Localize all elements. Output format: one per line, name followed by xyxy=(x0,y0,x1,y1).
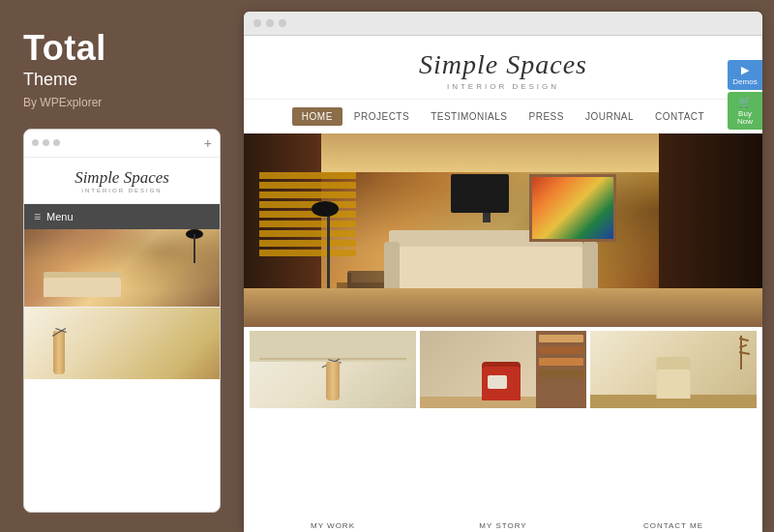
demos-button[interactable]: ▶ Demos xyxy=(728,60,762,90)
hero-lamp-pole xyxy=(327,213,330,290)
hero-tv-stand xyxy=(483,213,491,222)
nav-item-projects[interactable]: PROJECTS xyxy=(344,107,419,126)
nav-item-testimonials[interactable]: TESTIMONIALS xyxy=(421,107,517,126)
phone-logo-area: Simple Spaces INTERIOR DESIGN xyxy=(24,158,220,205)
sidebar-title: Total xyxy=(23,29,221,68)
hero-sofa-arm-right xyxy=(582,242,598,290)
site-nav: HOME PROJECTS TESTIMONIALS PRESS JOURNAL… xyxy=(244,100,762,133)
nav-item-press[interactable]: PRESS xyxy=(520,107,574,126)
nav-item-journal[interactable]: JOURNAL xyxy=(576,107,643,126)
sidebar: Total Theme By WPExplorer + Simple Space… xyxy=(0,0,240,532)
phone-hero-image xyxy=(24,229,220,307)
sidebar-by: By WPExplorer xyxy=(23,96,221,109)
phone-plus-button[interactable]: + xyxy=(204,135,212,151)
nav-item-contact[interactable]: CONTACT xyxy=(645,107,714,126)
phone-logo-sub: INTERIOR DESIGN xyxy=(34,188,210,193)
browser-dot-2 xyxy=(266,19,274,27)
hero-tv xyxy=(451,174,509,213)
phone-logo-text: Simple Spaces xyxy=(34,169,210,188)
phone-menu-bar[interactable]: ≡ Menu xyxy=(24,204,220,229)
phone-mockup: + Simple Spaces INTERIOR DESIGN ≡ Menu xyxy=(23,129,221,513)
thumb-image-3 xyxy=(590,331,757,518)
thumbnail-my-work[interactable]: MY WORK xyxy=(250,331,416,532)
buy-label: Buy Now xyxy=(730,110,759,126)
phone-menu-label: Menu xyxy=(46,211,74,222)
hero-sofa-arm-left xyxy=(384,242,400,290)
demos-label: Demos xyxy=(732,78,757,86)
browser-dot-1 xyxy=(253,19,261,27)
hero-blinds xyxy=(259,172,356,279)
browser-window: ▶ Demos 🛒 Buy Now Simple Spaces INTERIOR… xyxy=(244,12,762,532)
phone-top-bar: + xyxy=(24,130,220,158)
website-content: Simple Spaces INTERIOR DESIGN HOME PROJE… xyxy=(244,36,762,532)
thumb-image-2 xyxy=(420,331,586,518)
demos-icon: ▶ xyxy=(741,64,749,76)
thumbnail-contact-me[interactable]: CONTACT ME xyxy=(590,331,757,532)
browser-dot-3 xyxy=(279,19,286,27)
phone-bottom-image xyxy=(24,307,220,379)
thumb-label-3: CONTACT ME xyxy=(590,518,757,532)
hero-floor xyxy=(244,288,762,327)
browser-titlebar xyxy=(244,12,762,36)
hero-image xyxy=(244,133,762,327)
site-logo: Simple Spaces xyxy=(244,49,762,80)
thumb-label-1: MY WORK xyxy=(250,518,416,532)
thumbnail-row: MY WORK xyxy=(244,327,762,532)
sidebar-subtitle: Theme xyxy=(23,70,221,90)
buy-now-button[interactable]: 🛒 Buy Now xyxy=(728,92,762,130)
hero-painting xyxy=(529,174,616,242)
phone-lamp xyxy=(194,234,195,263)
site-header: Simple Spaces INTERIOR DESIGN xyxy=(244,36,762,100)
thumb-label-2: MY STORY xyxy=(420,518,586,532)
cart-icon: 🛒 xyxy=(738,96,752,108)
hamburger-icon: ≡ xyxy=(34,210,41,223)
hero-sofa xyxy=(389,247,582,290)
nav-item-home[interactable]: HOME xyxy=(292,107,342,126)
side-buttons: ▶ Demos 🛒 Buy Now xyxy=(728,60,762,130)
thumb-image-1 xyxy=(250,331,416,518)
site-logo-sub: INTERIOR DESIGN xyxy=(244,82,762,91)
phone-dot-2 xyxy=(43,139,49,146)
hero-lamp-shade xyxy=(312,201,339,217)
phone-dot-3 xyxy=(53,139,60,146)
thumbnail-my-story[interactable]: MY STORY xyxy=(420,331,586,532)
thumb-bookshelf xyxy=(536,331,586,408)
phone-dot-1 xyxy=(32,139,39,146)
